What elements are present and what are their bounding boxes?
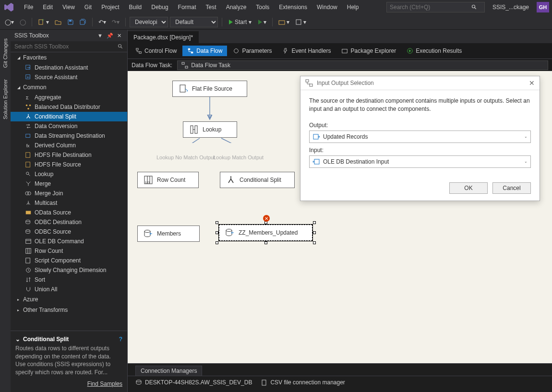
undo-icon[interactable]: ↶▾ — [96, 18, 108, 26]
node-conditional-split[interactable]: Conditional Split — [220, 172, 295, 188]
input-label: Input: — [309, 147, 531, 154]
open-icon[interactable] — [53, 18, 63, 26]
item-hdfs-file-destination[interactable]: HDFS File Destination — [11, 150, 127, 160]
node-lookup[interactable]: Lookup — [183, 121, 237, 138]
menu-project[interactable]: Project — [96, 2, 124, 12]
find-samples-link[interactable]: Find Samples — [87, 380, 122, 387]
item-destination-assistant[interactable]: Destination Assistant — [11, 63, 127, 72]
output-label: Output: — [309, 122, 531, 129]
toolbox-search[interactable] — [11, 41, 127, 52]
document-tab[interactable]: Package.dtsx [Design]* — [128, 31, 199, 43]
menu-analyze[interactable]: Analyze — [221, 2, 252, 12]
item-hdfs-file-source[interactable]: HDFS File Source — [11, 160, 127, 169]
menu-window[interactable]: Window — [312, 2, 342, 12]
dtab-event-handlers[interactable]: Event Handlers — [277, 46, 336, 56]
rail-solution-explorer[interactable]: Solution Explorer — [1, 75, 9, 123]
rail-git-changes[interactable]: Git Changes — [1, 35, 9, 71]
menu-file[interactable]: File — [19, 2, 38, 12]
save-icon[interactable] — [65, 18, 76, 26]
dft-select[interactable]: Data Flow Task — [177, 60, 548, 70]
lookup-icon — [189, 125, 199, 134]
svg-rect-5 — [279, 21, 285, 24]
item-oledb-command[interactable]: OLE DB Command — [11, 237, 127, 246]
item-balanced-data-distributor[interactable]: Balanced Data Distributor — [11, 102, 127, 112]
variables-icon[interactable]: ▾ — [293, 18, 308, 26]
menu-tools[interactable]: Tools — [251, 2, 274, 12]
menu-extensions[interactable]: Extensions — [274, 2, 312, 12]
toolbox-pin-icon[interactable]: 📌 — [105, 33, 115, 39]
dtab-package-explorer[interactable]: Package Explorer — [336, 46, 401, 56]
menu-test[interactable]: Test — [201, 2, 221, 12]
dtab-control-flow[interactable]: Control Flow — [131, 46, 181, 56]
dialog-titlebar[interactable]: Input Output Selection ✕ — [300, 76, 540, 90]
item-data-streaming-destination[interactable]: Data Streaming Destination — [11, 131, 127, 141]
item-conditional-split[interactable]: Conditional Split — [11, 112, 127, 121]
toolbox-dropdown-icon[interactable]: ▼ — [96, 33, 105, 38]
nav-fwd-icon[interactable]: ◯ — [18, 18, 28, 26]
menu-format[interactable]: Format — [173, 2, 201, 12]
menu-build[interactable]: Build — [124, 2, 147, 12]
dtab-data-flow[interactable]: Data Flow — [182, 46, 227, 56]
item-odbc-destination[interactable]: ODBC Destination — [11, 217, 127, 227]
menu-debug[interactable]: Debug — [146, 2, 173, 12]
toolbox-search-input[interactable] — [14, 43, 118, 50]
user-badge[interactable]: GH — [537, 2, 549, 12]
new-item-icon[interactable]: +▾ — [36, 18, 51, 26]
toolbox-icon[interactable]: ▾ — [276, 18, 291, 26]
connection-managers-tab[interactable]: Connection Managers — [135, 366, 202, 376]
node-zz-members-updated[interactable]: ZZ_Members_Updated — [219, 225, 312, 241]
group-favorites[interactable]: ◢Favorites — [11, 52, 127, 63]
item-script-component[interactable]: Script Component — [11, 256, 127, 265]
menu-help[interactable]: Help — [342, 2, 364, 12]
item-sort[interactable]: Sort — [11, 275, 127, 285]
dtab-execution-results[interactable]: Execution Results — [402, 46, 467, 56]
item-lookup[interactable]: Lookup — [11, 169, 127, 179]
input-select[interactable]: OLE DB Destination Input⌄ — [309, 155, 531, 168]
menu-git[interactable]: Git — [80, 2, 96, 12]
dtab-parameters[interactable]: Parameters — [228, 46, 276, 56]
help-icon[interactable]: ? — [119, 336, 122, 343]
designer-tabs: Control Flow Data Flow Parameters Event … — [128, 43, 552, 59]
toolbox-tree[interactable]: ◢Favorites Destination Assistant Source … — [11, 52, 127, 331]
menu-view[interactable]: View — [58, 2, 80, 12]
vs-logo-icon — [3, 1, 14, 13]
item-derived-column[interactable]: fxDerived Column — [11, 141, 127, 150]
search-input[interactable] — [390, 4, 471, 11]
save-all-icon[interactable] — [78, 18, 88, 26]
group-common[interactable]: ◢Common — [11, 82, 127, 93]
group-other-transforms[interactable]: ▸Other Transforms — [11, 305, 127, 315]
data-flow-canvas[interactable]: Flat File Source Lookup 123 Row Count Co… — [128, 71, 552, 363]
item-row-count[interactable]: Row Count — [11, 246, 127, 256]
redo-icon[interactable]: ↷▾ — [110, 18, 121, 26]
item-aggregate[interactable]: ΣAggregate — [11, 93, 127, 102]
dialog-close-icon[interactable]: ✕ — [529, 79, 535, 87]
nav-back-icon[interactable]: ◯▾ — [3, 18, 16, 26]
cancel-button[interactable]: Cancel — [492, 182, 531, 194]
item-data-conversion[interactable]: Data Conversion — [11, 121, 127, 131]
config-select[interactable]: Developi — [130, 17, 168, 27]
search-box[interactable] — [386, 2, 485, 12]
item-multicast[interactable]: Multicast — [11, 198, 127, 208]
group-azure[interactable]: ▸Azure — [11, 294, 127, 305]
start-button[interactable]: Start ▾ — [226, 18, 254, 26]
platform-select[interactable]: Default — [170, 17, 218, 27]
item-merge[interactable]: Merge — [11, 179, 127, 189]
start-no-debug-icon[interactable]: ▾ — [256, 18, 268, 26]
node-members[interactable]: Members — [137, 226, 200, 242]
item-odbc-source[interactable]: ODBC Source — [11, 227, 127, 237]
solution-name[interactable]: SSIS_...ckage — [490, 3, 532, 12]
item-odata-source[interactable]: OData Source — [11, 208, 127, 217]
output-select[interactable]: Updated Records⌄ — [309, 131, 531, 143]
parameters-icon — [233, 48, 240, 54]
node-row-count[interactable]: 123 Row Count — [137, 172, 199, 188]
node-flat-file-source[interactable]: Flat File Source — [172, 81, 247, 97]
ok-button[interactable]: OK — [449, 182, 488, 194]
toolbox-close-icon[interactable]: ✕ — [115, 33, 123, 39]
menu-edit[interactable]: Edit — [38, 2, 58, 12]
item-scd[interactable]: Slowly Changing Dimension — [11, 265, 127, 275]
item-source-assistant[interactable]: Source Assistant — [11, 72, 127, 82]
item-union-all[interactable]: Union All — [11, 285, 127, 294]
conn-item-csv[interactable]: CSV file connection manager — [261, 379, 345, 386]
item-merge-join[interactable]: Merge Join — [11, 189, 127, 198]
conn-item-db[interactable]: DESKTOP-44SH82S.AW_SSIS_DEV_DB — [135, 379, 252, 386]
